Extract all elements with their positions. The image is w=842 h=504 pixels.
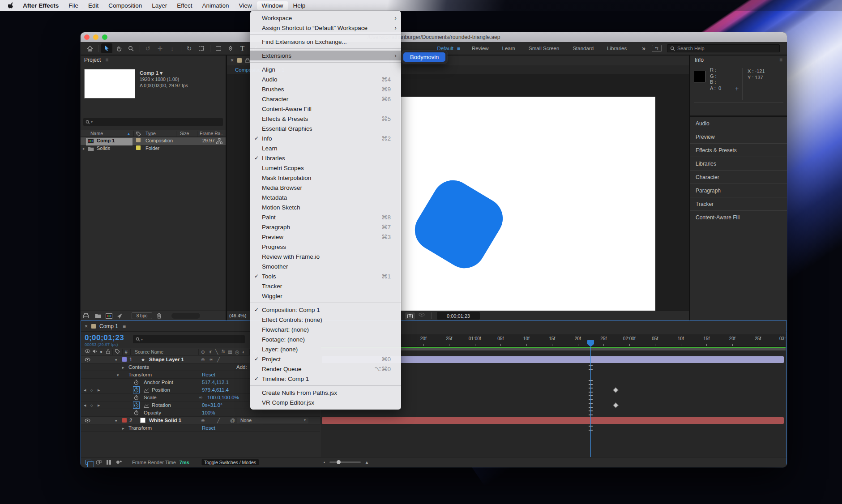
source-name-column[interactable]: Source Name (135, 349, 163, 355)
dolly-camera-tool[interactable]: ↕ (167, 43, 178, 53)
workspace-tab[interactable]: Learn (502, 46, 515, 51)
selection-tool[interactable] (101, 43, 112, 53)
ruler-tick[interactable]: 03:0 (771, 336, 786, 346)
menu-item[interactable]: Layer: (none) (250, 344, 401, 354)
menu-item[interactable]: ✓ Timeline: Comp 1 (250, 374, 401, 384)
group-label[interactable]: Contents (128, 364, 149, 370)
workspace-tab[interactable]: Small Screen (529, 46, 559, 51)
menu-item[interactable]: Essential Graphics (250, 124, 401, 133)
panel-menu-icon[interactable]: ≡ (123, 323, 126, 329)
home-tool[interactable] (84, 43, 95, 53)
eye-icon[interactable] (85, 419, 90, 423)
menubar-item[interactable]: Window (257, 1, 288, 10)
add-keyframe-icon[interactable]: ◇ (90, 389, 93, 392)
workspace-tab[interactable]: Review (472, 46, 489, 51)
ruler-tick[interactable]: 15f (694, 336, 720, 346)
menubar-item[interactable]: Effect (172, 1, 197, 10)
trash-icon[interactable] (157, 313, 162, 319)
take-snapshot-button[interactable] (405, 312, 415, 320)
composition-mini-flowchart-icon[interactable] (85, 460, 91, 465)
stopwatch-active-icon[interactable] (134, 387, 139, 393)
layer-name[interactable]: Shape Layer 1 (149, 357, 184, 362)
ruler-tick[interactable]: 05f (642, 336, 668, 346)
expand-chevron[interactable]: ▸ (83, 146, 85, 151)
shy-column-icon[interactable]: ⊕ (201, 349, 205, 355)
label-color-swatch[interactable] (136, 138, 141, 142)
ruler-tick[interactable]: 25f (591, 336, 617, 346)
project-tab[interactable]: Project (84, 57, 101, 63)
bit-depth-button[interactable]: 8 bpc (132, 312, 152, 319)
project-search[interactable]: ▾ (83, 118, 223, 126)
solo-column-icon[interactable]: ● (100, 349, 103, 354)
shy-switch[interactable]: ⊕ (201, 418, 205, 423)
search-help-input[interactable] (677, 46, 777, 51)
comp-name[interactable]: Comp 1 ▾ (140, 70, 188, 76)
previous-keyframe-icon[interactable]: ◀ (84, 389, 86, 392)
lock-column-icon[interactable] (106, 349, 110, 354)
menu-item[interactable]: Effect Controls: (none) (250, 315, 401, 325)
property-label[interactable]: Scale (144, 395, 157, 400)
interpret-footage-icon[interactable] (83, 313, 90, 319)
quality-switch[interactable]: ╱ (217, 418, 220, 423)
zoom-slider-track[interactable] (329, 461, 361, 463)
label-color-column-icon[interactable] (136, 132, 141, 137)
menu-item[interactable]: ✓ Info ⌘2 (250, 133, 401, 143)
parent-pickwhip-icon[interactable]: @ (230, 418, 235, 423)
pen-tool[interactable] (225, 43, 236, 53)
opacity-row[interactable]: Opacity 100% (81, 409, 320, 417)
close-icon[interactable]: × (85, 323, 88, 329)
panel-menu-icon[interactable]: ≡ (779, 57, 782, 63)
property-label[interactable]: Opacity (144, 410, 161, 415)
menu-item[interactable] (250, 48, 401, 49)
search-options-chevron[interactable]: ▾ (91, 120, 93, 124)
project-table-header[interactable]: Name ▲ Type Size Frame Ra.. (81, 130, 226, 137)
frame-blend-column-icon[interactable]: ☀ (208, 349, 212, 355)
menu-item[interactable]: Learn (250, 143, 401, 153)
menubar-item[interactable]: Animation (197, 1, 234, 10)
property-value[interactable]: 100.0,100.0% (207, 395, 239, 400)
add-shape-menu[interactable]: Add: (236, 364, 247, 370)
property-value[interactable]: 979.4,611.4 (202, 387, 229, 393)
shy-switch[interactable]: ⊕ (201, 357, 205, 362)
apple-menu-icon[interactable] (6, 2, 16, 9)
menubar-item[interactable]: Layer (147, 1, 172, 10)
quality-switch[interactable]: ╱ (217, 357, 220, 362)
transform-row-solid[interactable]: ▸ Transform Reset (81, 424, 320, 432)
property-label[interactable]: Position (152, 387, 170, 393)
blue-rounded-shape[interactable] (407, 173, 511, 276)
collapse-chevron[interactable]: ▾ (115, 419, 117, 423)
composition-canvas[interactable] (400, 97, 655, 311)
panel-scrollbar[interactable] (171, 313, 200, 319)
menu-item[interactable]: Media Browser (250, 183, 401, 192)
new-folder-icon[interactable] (95, 313, 101, 318)
menu-item[interactable]: Effects & Presets ⌘5 (250, 114, 401, 124)
add-keyframe-icon[interactable]: ◇ (90, 404, 93, 407)
menu-item[interactable]: Workspace › (250, 13, 401, 23)
menubar-item[interactable]: After Effects (18, 1, 64, 10)
audio-column-icon[interactable] (93, 349, 97, 354)
menu-item[interactable]: Review with Frame.io (250, 252, 401, 261)
motion-blur-column-icon[interactable]: ▦ (228, 349, 232, 355)
menu-item[interactable]: Character ⌘6 (250, 94, 401, 104)
toggle-switches-modes-button[interactable]: Toggle Switches / Modes (201, 459, 259, 466)
current-timecode[interactable]: 0;00;01;23 (85, 333, 124, 342)
expand-chevron[interactable]: ▸ (122, 365, 124, 370)
hand-tool[interactable] (113, 43, 124, 53)
menu-item[interactable]: Align (250, 64, 401, 74)
menu-item[interactable]: Tracker (250, 281, 401, 291)
ruler-tick[interactable]: 20f (719, 336, 745, 346)
fx-column-icon[interactable]: fx (222, 349, 225, 354)
project-settings-icon[interactable] (117, 313, 123, 319)
rotation-tool[interactable]: ↻ (184, 43, 195, 53)
timeline-tab[interactable]: Comp 1 (99, 323, 118, 329)
layer-label-color[interactable] (122, 418, 127, 423)
property-value[interactable]: 0x+31.0° (202, 402, 222, 408)
workspace-menu-icon[interactable]: ≡ (457, 45, 460, 51)
graph-icon[interactable] (144, 403, 149, 408)
ruler-tick[interactable]: 20f (565, 336, 591, 346)
preview-time[interactable]: 0;00;01;23 (437, 312, 480, 320)
menu-item[interactable] (250, 34, 401, 35)
menu-item[interactable]: Create Nulls From Paths.jsx (250, 388, 401, 397)
menu-item[interactable] (250, 62, 401, 63)
expand-chevron[interactable]: ▸ (122, 426, 124, 431)
